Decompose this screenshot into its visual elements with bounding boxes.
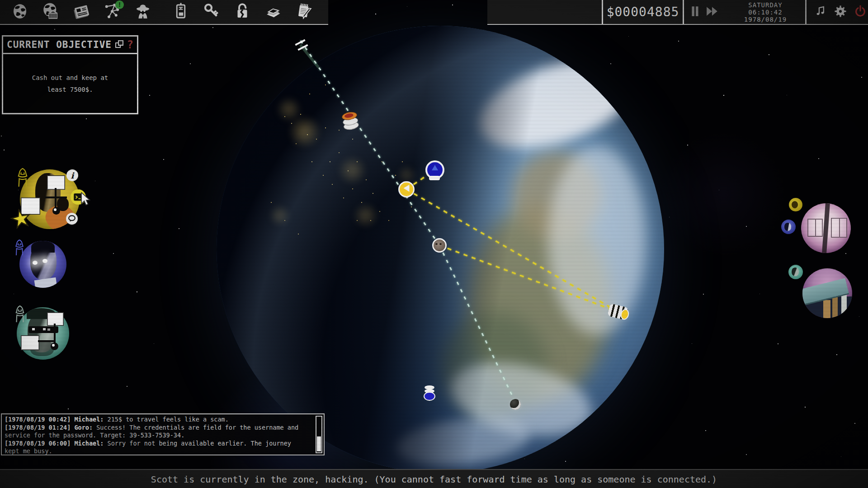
location-house[interactable] bbox=[802, 268, 852, 318]
info-button[interactable]: i bbox=[66, 169, 78, 181]
avatar-node[interactable] bbox=[432, 238, 447, 253]
settings-button[interactable] bbox=[833, 5, 848, 20]
chat-message: [1978/08/19 06:00] Michael: Sorry for no… bbox=[5, 440, 309, 455]
globe-button[interactable] bbox=[10, 2, 30, 23]
bank-button[interactable] bbox=[41, 2, 61, 23]
help-button[interactable]: ? bbox=[125, 38, 133, 51]
game-clock: SATURDAY 06:10:42 1978/08/19 bbox=[726, 1, 805, 23]
time-controls bbox=[684, 5, 726, 19]
chat-messages: [1978/08/19 00:42] Michael: 215$ to trav… bbox=[5, 416, 309, 455]
endpoint-node[interactable] bbox=[510, 399, 521, 410]
spy-status-icon bbox=[12, 304, 28, 324]
money-display: $00004885 bbox=[603, 5, 683, 19]
window-marker bbox=[21, 336, 39, 350]
notification-badge: ! bbox=[115, 0, 124, 9]
chat-text: 215$ to travel feels like a scam. bbox=[104, 416, 228, 423]
spy-status-icon bbox=[12, 238, 27, 258]
clock-day: SATURDAY bbox=[726, 1, 805, 9]
chat-message: [1978/08/19 00:42] Michael: 215$ to trav… bbox=[5, 416, 309, 424]
popout-window-button[interactable] bbox=[113, 39, 125, 51]
notepad-button[interactable] bbox=[294, 2, 314, 23]
chat-scrollbar[interactable] bbox=[316, 416, 322, 453]
window-marker bbox=[47, 176, 65, 189]
money-coins-blue-node[interactable] bbox=[424, 385, 436, 401]
scrollbar-thumb[interactable] bbox=[317, 436, 321, 451]
chat-sender: Goro: bbox=[74, 424, 93, 431]
music-button[interactable] bbox=[813, 5, 828, 20]
fast-forward-button[interactable] bbox=[706, 5, 719, 19]
chat-timestamp: [1978/08/19 01:24] bbox=[5, 424, 74, 431]
glowing-glasses bbox=[33, 261, 38, 265]
chat-log[interactable]: [1978/08/19 00:42] Michael: 215$ to trav… bbox=[1, 413, 325, 455]
chip-card-button[interactable] bbox=[171, 2, 191, 23]
terminal-button[interactable] bbox=[71, 189, 86, 205]
status-text: Scott is currently in the zone, hacking.… bbox=[151, 474, 717, 485]
toolbar: ! bbox=[0, 0, 328, 25]
objective-panel: CURRENT OBJECTIVE ? Cash out and keep at… bbox=[2, 35, 138, 114]
broken-lock-button[interactable] bbox=[232, 2, 252, 23]
chat-sender: Michael: bbox=[74, 440, 104, 447]
person-node-blue[interactable] bbox=[425, 160, 444, 179]
avatar-badge-blue[interactable] bbox=[781, 220, 796, 234]
status-bar: Scott is currently in the zone, hacking.… bbox=[0, 469, 868, 488]
chat-timestamp: [1978/08/19 00:42] bbox=[5, 416, 74, 423]
spy-status-icon bbox=[14, 166, 32, 189]
spy-button[interactable] bbox=[133, 2, 153, 23]
status-cluster: $00004885 SATURDAY 06:10:42 1978/08/19 bbox=[487, 0, 868, 25]
key-button[interactable] bbox=[202, 2, 222, 23]
game-screen: ! bbox=[0, 0, 868, 488]
book-button[interactable] bbox=[263, 2, 283, 23]
clock-date: 1978/08/19 bbox=[726, 16, 805, 23]
objective-title: CURRENT OBJECTIVE bbox=[7, 39, 113, 50]
chat-sender: Michael: bbox=[74, 416, 104, 423]
news-button[interactable] bbox=[71, 2, 91, 23]
clock-time: 06:10:42 bbox=[726, 9, 805, 16]
speech-button[interactable] bbox=[66, 213, 78, 225]
power-button[interactable] bbox=[853, 5, 868, 20]
location-interior[interactable] bbox=[801, 203, 851, 253]
pause-button[interactable] bbox=[689, 5, 701, 19]
objective-text: Cash out and keep at least 7500$. bbox=[22, 72, 118, 95]
money-coins-node[interactable] bbox=[341, 111, 359, 131]
avatar-badge-teal[interactable] bbox=[788, 265, 803, 279]
person-node-yellow[interactable] bbox=[398, 181, 415, 197]
network-button[interactable]: ! bbox=[102, 2, 122, 23]
chat-message: [1978/08/19 01:24] Goro: Success! The cr… bbox=[5, 424, 309, 440]
chat-timestamp: [1978/08/19 06:00] bbox=[5, 440, 74, 447]
avatar-badge-yellow[interactable] bbox=[789, 198, 802, 211]
